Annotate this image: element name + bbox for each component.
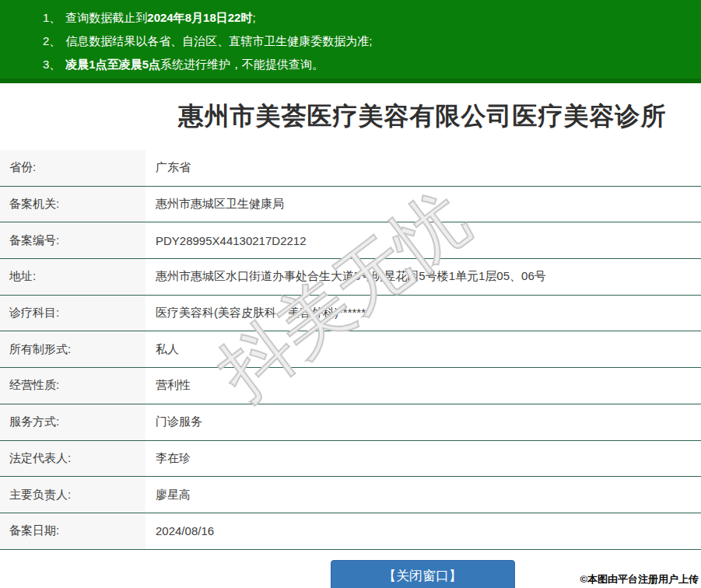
- row-value: 廖星高: [145, 477, 701, 513]
- notice-text: ;: [252, 11, 255, 24]
- table-row-principal: 主要负责人: 廖星高: [0, 477, 701, 513]
- row-value: 2024/08/16: [145, 513, 701, 549]
- row-label: 地址:: [0, 259, 145, 295]
- notice-line-1: 1、查询数据截止到2024年8月18日22时;: [43, 6, 693, 30]
- row-label: 诊疗科目:: [0, 296, 145, 331]
- close-window-button[interactable]: 【关闭窗口】: [331, 560, 515, 588]
- notice-number: 1、: [43, 11, 61, 24]
- notice-text-bold: 2024年8月18日22时: [147, 11, 252, 24]
- notice-banner: 1、查询数据截止到2024年8月18日22时; 2、信息数据结果以各省、自治区、…: [0, 0, 701, 83]
- row-value: PDY28995X44130217D2212: [145, 222, 701, 258]
- notice-number: 2、: [43, 34, 61, 47]
- row-value: 门诊服务: [145, 404, 701, 440]
- row-label: 服务方式:: [0, 404, 145, 440]
- row-label: 备案编号:: [0, 222, 145, 258]
- table-row-filing-number: 备案编号: PDY28995X44130217D2212: [0, 222, 701, 259]
- row-value: 广东省: [145, 150, 701, 186]
- row-value: 私人: [145, 331, 701, 367]
- row-label: 省份:: [0, 150, 145, 186]
- table-row-address: 地址: 惠州市惠城区水口街道办事处合生大道5号明昱花园5号楼1单元1层05、06…: [0, 259, 701, 296]
- page-title: 惠州市美荟医疗美容有限公司医疗美容诊所: [179, 100, 667, 134]
- table-row-business-nature: 经营性质: 营利性: [0, 368, 701, 404]
- row-value: 惠州市惠城区卫生健康局: [145, 187, 701, 222]
- notice-line-3: 3、凌晨1点至凌晨5点系统进行维护，不能提供查询。: [43, 53, 693, 76]
- row-value: 医疗美容科(美容皮肤科、美容外科)******: [145, 296, 701, 331]
- row-label: 备案日期:: [0, 513, 145, 549]
- row-value: 营利性: [145, 368, 701, 404]
- title-area: 惠州市美荟医疗美容有限公司医疗美容诊所: [144, 83, 701, 150]
- notice-text: 信息数据结果以各省、自治区、直辖市卫生健康委数据为准;: [65, 34, 372, 47]
- row-label: 经营性质:: [0, 368, 145, 404]
- row-label: 主要负责人:: [0, 477, 145, 513]
- table-row-clinical-subjects: 诊疗科目: 医疗美容科(美容皮肤科、美容外科)******: [0, 296, 701, 332]
- info-table: 省份: 广东省 备案机关: 惠州市惠城区卫生健康局 备案编号: PDY28995…: [0, 150, 701, 550]
- row-value: 李在珍: [145, 441, 701, 477]
- row-label: 备案机关:: [0, 187, 145, 222]
- table-row-province: 省份: 广东省: [0, 150, 701, 187]
- notice-text-bold: 凌晨1点至凌晨5点: [65, 58, 160, 71]
- table-row-filing-authority: 备案机关: 惠州市惠城区卫生健康局: [0, 187, 701, 223]
- corner-watermark: ©本图由平台注册用户上传: [580, 572, 699, 586]
- notice-line-2: 2、信息数据结果以各省、自治区、直辖市卫生健康委数据为准;: [43, 30, 693, 53]
- table-row-legal-representative: 法定代表人: 李在珍: [0, 441, 701, 478]
- table-row-service-mode: 服务方式: 门诊服务: [0, 404, 701, 441]
- table-row-filing-date: 备案日期: 2024/08/16: [0, 513, 701, 550]
- row-label: 所有制形式:: [0, 331, 145, 367]
- row-value: 惠州市惠城区水口街道办事处合生大道5号明昱花园5号楼1单元1层05、06号: [145, 259, 701, 295]
- notice-text: 系统进行维护，不能提供查询。: [160, 58, 324, 71]
- row-label: 法定代表人:: [0, 441, 145, 477]
- notice-number: 3、: [43, 58, 61, 71]
- notice-text: 查询数据截止到: [65, 11, 147, 24]
- table-row-ownership: 所有制形式: 私人: [0, 331, 701, 368]
